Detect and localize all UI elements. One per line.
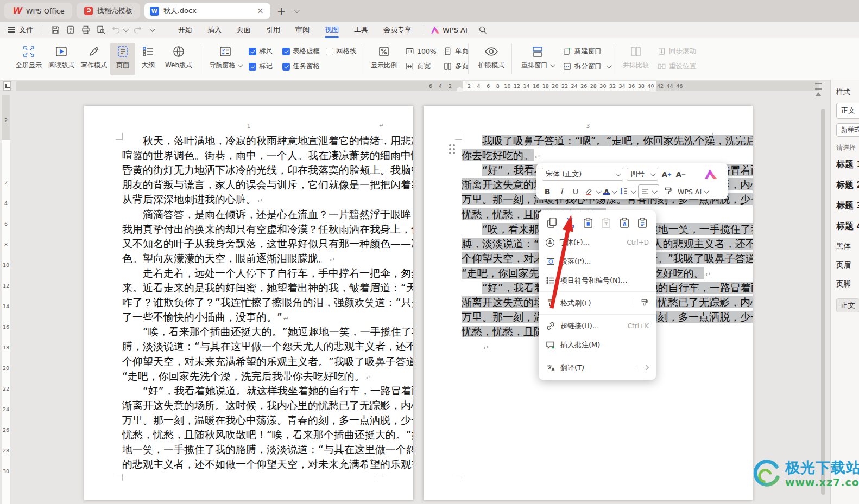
style-list-item[interactable]: 标题 2 — [836, 180, 859, 191]
ruler-toggle-icon[interactable] — [815, 83, 822, 90]
copy-button[interactable] — [546, 216, 558, 229]
menu-tab-insert[interactable]: 插入 — [204, 22, 225, 38]
markup-checkbox[interactable]: 标记 — [249, 62, 273, 71]
menu-tab-membership[interactable]: 会员专享 — [380, 22, 415, 38]
line-spacing-button[interactable] — [619, 185, 635, 198]
single-page-button[interactable]: 单页 — [443, 47, 469, 56]
menu-item-translate[interactable]: 翻译(T) — [539, 358, 656, 377]
search-button[interactable] — [476, 25, 490, 35]
save-button[interactable] — [48, 25, 63, 35]
style-list-item[interactable]: 标题 1 — [836, 159, 859, 170]
style-list-item[interactable]: 正文 — [836, 298, 859, 312]
style-list-item[interactable]: 标题 3 — [836, 200, 859, 212]
paste-list-button[interactable] — [636, 216, 649, 229]
print-button[interactable] — [78, 25, 93, 35]
font-size-select[interactable]: 四号 — [627, 168, 658, 181]
file-menu-button[interactable]: 文件 — [8, 25, 33, 35]
gridlines-checkbox[interactable]: 网格线 — [326, 47, 357, 56]
menu-bar: 文件 开始 插入 页面 引用 审阅 视图 工具 会员专享 — [0, 22, 859, 38]
text-line: 我吸了吸鼻子答道：“嗯”。“走吧，你回家先洗个澡，洗完后我带 — [462, 133, 753, 148]
web-layout-button[interactable]: Web版式 — [161, 43, 197, 75]
menu-item-format-painter[interactable]: 格式刷(F) — [539, 294, 656, 312]
eye-protection-button[interactable]: 护眼模式 — [475, 43, 508, 75]
outline-view-button[interactable]: 大纲 — [136, 43, 160, 75]
tab-stop-selector[interactable] — [3, 81, 11, 91]
wps-ai-logo-icon — [431, 27, 439, 34]
paragraph-drag-handle[interactable] — [449, 144, 451, 146]
bold-button[interactable]: B — [542, 185, 553, 198]
menu-tab-view[interactable]: 视图 — [321, 22, 342, 38]
menu-tab-page[interactable]: 页面 — [233, 22, 254, 38]
zoom-ratio-button[interactable]: 显示比例 — [367, 43, 401, 75]
format-painter-button[interactable] — [662, 185, 673, 198]
tab-wps-office[interactable]: W WPS Office — [4, 3, 72, 19]
save-icon — [50, 25, 60, 35]
multi-page-button[interactable]: 多页 — [443, 62, 469, 71]
format-painter-icon — [663, 187, 673, 196]
style-list-item[interactable]: 页脚 — [836, 279, 859, 289]
export-button[interactable] — [63, 25, 78, 35]
task-pane-checkbox[interactable]: 任务窗格 — [282, 62, 320, 71]
new-tab-button[interactable]: + — [275, 5, 288, 16]
scroll-up-icon[interactable] — [816, 92, 821, 96]
tab-list-chevron-icon[interactable] — [294, 8, 300, 13]
paste-button[interactable] — [582, 216, 595, 229]
document-page-1[interactable]: 1 ↵ 秋天，落叶满地，冷寂的秋雨肆意地宣泄着它的情绪，用悲凉给这个喧嚣的世界调… — [84, 106, 413, 500]
horizontal-ruler[interactable]: 6422468101214161820222426283032343638404… — [16, 81, 819, 91]
toolbar-more-button[interactable] — [145, 28, 156, 32]
ruler-checkbox[interactable]: 标尺 — [249, 47, 273, 56]
zoom-100-button[interactable]: 100% — [405, 47, 437, 56]
menu-tab-review[interactable]: 审阅 — [292, 22, 313, 38]
page-view-icon — [116, 45, 129, 58]
decrease-font-button[interactable]: A− — [675, 168, 686, 181]
new-style-button[interactable]: 新样式 — [836, 123, 859, 137]
wps-ai-button[interactable]: WPS AI — [428, 26, 470, 34]
style-list-item[interactable]: 黑体 — [836, 241, 859, 251]
reading-view-button[interactable]: 阅读版式 — [45, 43, 78, 75]
print-preview-button[interactable] — [93, 25, 109, 35]
format-painter-options-button[interactable] — [634, 298, 649, 308]
paste-text-only-button[interactable]: A — [618, 216, 631, 229]
writing-mode-button[interactable]: 写作模式 — [77, 43, 111, 75]
new-window-button[interactable]: 新建窗口 — [563, 47, 610, 56]
current-style-select[interactable]: 正文 — [836, 103, 859, 119]
menu-item-insert-comment[interactable]: 插入批注(M) — [539, 335, 656, 354]
page-view-button[interactable]: 页面 — [110, 43, 135, 75]
table-gridlines-checkbox[interactable]: 表格虚框 — [282, 47, 320, 56]
undo-button[interactable] — [109, 25, 130, 35]
tab-docer-templates[interactable]: 找稻壳模板 — [77, 3, 140, 19]
redo-button[interactable] — [130, 25, 145, 35]
rearrange-windows-button[interactable]: 重排窗口 — [517, 43, 558, 75]
cut-button[interactable] — [564, 216, 576, 229]
navigation-pane-button[interactable]: 导航窗格 — [205, 43, 245, 75]
menu-item-bullets-numbering[interactable]: 项目符号和编号(N)... — [539, 271, 656, 290]
text-line: 你去吃好吃的。↵ — [462, 148, 540, 163]
menu-item-font[interactable]: A 字体(F)... Ctrl+D — [539, 233, 656, 252]
alignment-button[interactable] — [638, 184, 659, 199]
chevron-down-icon — [704, 188, 709, 194]
vertical-scrollbar[interactable] — [821, 109, 825, 495]
menu-tab-home[interactable]: 开始 — [175, 22, 195, 38]
increase-font-button[interactable]: A+ — [661, 168, 672, 181]
wps-ai-logo-icon[interactable] — [705, 169, 717, 179]
fullscreen-button[interactable]: 全屏显示 — [12, 43, 46, 75]
style-list-item[interactable]: 页眉 — [836, 260, 859, 270]
divider — [511, 44, 512, 74]
menu-tab-reference[interactable]: 引用 — [263, 22, 283, 38]
vertical-ruler[interactable]: 224681012141618202224262830 — [2, 95, 10, 504]
font-color-button[interactable]: A — [603, 185, 616, 198]
italic-button[interactable]: I — [556, 185, 567, 198]
menu-item-paragraph[interactable]: 段落(P)... — [539, 252, 656, 271]
print-preview-icon — [96, 25, 106, 35]
highlight-color-button[interactable] — [584, 185, 600, 198]
split-window-button[interactable]: 拆分窗口 — [563, 62, 610, 71]
wps-ai-menu-button[interactable]: WPS AI — [678, 185, 708, 198]
menu-tab-tools[interactable]: 工具 — [351, 22, 371, 38]
font-name-select[interactable]: 宋体 (正文) — [542, 168, 623, 181]
fit-page-width-button[interactable]: 页宽 — [405, 62, 437, 71]
tab-document-qiutian[interactable]: W 秋天.docx × — [144, 3, 270, 19]
underline-button[interactable]: U — [570, 185, 581, 198]
style-list-item[interactable]: 标题 4 — [836, 221, 859, 232]
menu-item-hyperlink[interactable]: 超链接(H)... Ctrl+K — [539, 316, 656, 335]
close-tab-icon[interactable]: × — [256, 6, 265, 16]
